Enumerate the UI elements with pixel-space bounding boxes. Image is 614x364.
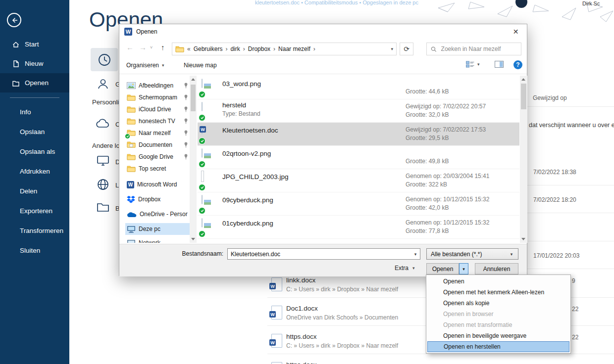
cancel-button[interactable]: Annuleren — [475, 263, 518, 274]
preview-pane-button[interactable] — [495, 61, 504, 68]
menu-item-openen[interactable]: Openen — [427, 276, 569, 287]
tree-item-google-drive[interactable]: Google Drive — [125, 151, 190, 163]
recent-tab[interactable] — [91, 48, 118, 71]
sidebar-item-start[interactable]: Start — [0, 35, 69, 54]
tree-item-onedrive[interactable]: OneDrive - Persor — [125, 208, 190, 220]
recent-file-row[interactable]: W https.docx — [267, 361, 609, 364]
file-taken: Genomen op: 10/12/2015 15:32 — [406, 219, 489, 226]
change-view-button[interactable]: ▾ — [466, 61, 480, 68]
open-dropdown-icon[interactable]: ▾ — [459, 263, 468, 274]
tree-item-documenten[interactable]: Documenten — [125, 139, 190, 151]
tree-item-deze-pc[interactable]: Deze pc — [125, 223, 190, 235]
menu-item-openen-met-transformatie[interactable]: Openen met transformatie — [427, 319, 569, 330]
chevron-down-icon[interactable]: ▾ — [411, 252, 420, 257]
pin-icon — [184, 130, 188, 136]
address-dropdown-icon[interactable]: ▾ — [391, 46, 393, 51]
search-box[interactable] — [426, 43, 521, 55]
help-button[interactable]: ? — [513, 60, 522, 69]
tree-item-afbeeldingen[interactable]: Afbeeldingen — [125, 80, 190, 91]
recent-file-name: Doc1.docx — [286, 305, 318, 312]
sidebar-item-opslaan-als[interactable]: Opslaan als — [0, 141, 69, 161]
tree-item-netwerk[interactable]: Netwerk — [125, 237, 190, 243]
tree-item-microsoft-word[interactable]: W Microsoft Word — [125, 179, 190, 190]
file-list-scrollbar[interactable] — [520, 76, 527, 243]
file-row-hersteld[interactable]: hersteld Type: Bestand Gewijzigd op: 7/0… — [198, 99, 519, 123]
chevron-down-icon: ▾ — [507, 252, 516, 257]
breadcrumb-naar-mezelf[interactable]: Naar mezelf — [278, 46, 310, 52]
separator — [527, 185, 614, 185]
chevron-down-icon: ▾ — [477, 62, 480, 67]
history-chevron-icon[interactable]: ˅ — [150, 45, 153, 50]
back-nav-icon[interactable]: ← — [126, 43, 134, 51]
organize-button[interactable]: Organiseren ▾ — [126, 62, 164, 69]
up-nav-icon[interactable]: ↑ — [161, 43, 165, 51]
open-button[interactable]: Openen — [426, 263, 459, 274]
file-row-03-word[interactable]: 03_word.png Grootte: 44,6 kB — [198, 76, 519, 99]
word-backstage-screen: kleutertoetsen.doc • Compatibiliteitsmod… — [0, 0, 614, 364]
onedrive-item[interactable] — [96, 119, 110, 131]
browse-item[interactable] — [97, 202, 109, 215]
new-folder-button[interactable]: Nieuwe map — [184, 62, 217, 69]
sidebar-item-afdrukken[interactable]: Afdrukken — [0, 161, 69, 181]
new-document-icon — [12, 60, 20, 68]
file-row-09cyberduck[interactable]: 09cyberduck.png Genomen op: 10/12/2015 1… — [198, 192, 519, 216]
scroll-up-icon[interactable] — [191, 78, 195, 81]
file-row-02qrtoon[interactable]: 02qrtoon-v2.png Grootte: 49,8 kB — [198, 146, 519, 169]
sidebar-item-transformeren[interactable]: Transformeren — [0, 221, 69, 240]
folder-icon — [127, 94, 136, 101]
filename-input[interactable] — [228, 251, 411, 258]
recent-file-path: C: » Users » dirk » Dropbox » Naar mezel… — [286, 286, 398, 293]
tree-item-naar-mezelf[interactable]: Naar mezelf — [125, 127, 190, 139]
pin-icon — [184, 142, 188, 148]
breadcrumb-gebruikers[interactable]: Gebruikers — [194, 46, 223, 52]
add-location-item[interactable] — [97, 178, 109, 193]
breadcrumb-dirk[interactable]: dirk — [230, 46, 240, 52]
sidebar-item-delen[interactable]: Delen — [0, 181, 69, 201]
scroll-up-icon[interactable] — [521, 78, 525, 81]
menu-item-openen-alleen-lezen[interactable]: Openen met het kenmerk Alleen-lezen — [427, 287, 569, 298]
breadcrumb-dropbox[interactable]: Dropbox — [248, 46, 270, 52]
menu-item-openen-en-herstellen[interactable]: Openen en herstellen — [427, 341, 569, 352]
filetype-select[interactable]: Alle bestanden (*.*) ▾ — [426, 248, 518, 260]
search-input[interactable] — [440, 45, 517, 53]
file-row-kleutertoetsen[interactable]: W Kleutertoetsen.doc Gewijzigd op: 7/02/… — [198, 123, 519, 146]
file-list: 03_word.png Grootte: 44,6 kB hersteld Ty… — [198, 76, 519, 243]
address-bar[interactable]: « Gebruikers › dirk › Dropbox › Naar mez… — [172, 43, 397, 55]
back-button[interactable] — [7, 13, 21, 27]
sidebar-item-openen[interactable]: Openen — [0, 73, 69, 92]
forward-nav-icon[interactable]: → — [139, 43, 147, 51]
tree-item-schermopnam[interactable]: Schermopnam — [125, 91, 190, 103]
file-size: Grootte: 32,0 kB — [406, 111, 449, 118]
sidebar-item-opslaan[interactable]: Opslaan — [0, 122, 69, 141]
scroll-down-icon[interactable] — [191, 238, 195, 240]
pin-icon — [184, 94, 188, 100]
scrollbar-thumb[interactable] — [191, 85, 196, 111]
close-icon[interactable]: ✕ — [505, 24, 527, 39]
tree-item-top-secret[interactable]: Top secret — [125, 163, 190, 175]
sidebar-item-nieuw[interactable]: Nieuw — [0, 54, 69, 73]
filename-combo[interactable]: ▾ — [227, 248, 420, 260]
menu-item-openen-in-browser[interactable]: Openen in browser — [427, 309, 569, 319]
sidebar-item-info[interactable]: Info — [0, 102, 69, 122]
tree-item-honestech-tv[interactable]: honestech TV — [125, 115, 190, 127]
sidebar-item-sluiten[interactable]: Sluiten — [0, 240, 69, 260]
file-row-jpg-child[interactable]: JPG_CHILD_2003.jpg Genomen op: 20/03/200… — [198, 169, 519, 192]
search-icon — [431, 46, 437, 52]
shared-with-me-item[interactable] — [97, 78, 109, 92]
this-pc-item[interactable] — [97, 155, 109, 169]
scroll-down-icon[interactable] — [521, 238, 525, 240]
refresh-icon[interactable]: ⟳ — [400, 43, 413, 55]
menu-item-openen-als-kopie[interactable]: Openen als kopie — [427, 298, 569, 309]
scrollbar-thumb[interactable] — [521, 84, 526, 109]
extra-button[interactable]: Extra ▾ — [395, 265, 415, 272]
word-app-icon: W — [124, 28, 132, 36]
file-row-01cyberduck[interactable]: 01cyberduck.png Genomen op: 10/12/2015 1… — [198, 216, 519, 239]
tree-scrollbar[interactable] — [190, 76, 197, 243]
tree-item-icloud-drive[interactable]: iCloud Drive — [125, 103, 190, 115]
folder-synced-icon — [127, 129, 136, 137]
tree-item-dropbox[interactable]: Dropbox — [125, 193, 190, 205]
folder-icon — [175, 46, 184, 52]
dialog-footer: Bestandsnaam: ▾ Alle bestanden (*.*) ▾ E… — [119, 244, 527, 276]
menu-item-beveiligde-weergave[interactable]: Openen in beveiligde weergave — [427, 330, 569, 341]
sidebar-item-exporteren[interactable]: Exporteren — [0, 201, 69, 221]
